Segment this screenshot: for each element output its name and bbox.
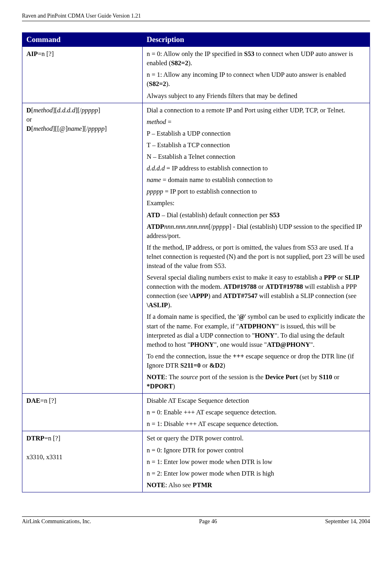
table-row: AIP=n [?]n = 0: Allow only the IP specif…	[22, 47, 370, 103]
description-paragraph: n = 0: Ignore DTR for power control	[147, 446, 366, 455]
description-paragraph: name = domain name to establish connecti…	[147, 175, 366, 184]
page-header: Raven and PinPoint CDMA User Guide Versi…	[22, 12, 370, 21]
description-paragraph: n = 1: Enter low power mode when DTR is …	[147, 457, 366, 466]
description-paragraph: n = 0: Allow only the IP specified in S5…	[147, 49, 366, 68]
description-paragraph: n = 1: Allow any incoming IP to connect …	[147, 70, 366, 88]
table-row: DAE=n [?]Disable AT Escape Sequence dete…	[22, 394, 370, 431]
description-paragraph: Set or query the DTR power control.	[147, 434, 366, 443]
footer-right: September 14, 2004	[325, 518, 370, 526]
description-paragraph: Disable AT Escape Sequence detection	[147, 396, 366, 405]
th-description: Description	[143, 32, 370, 47]
description-paragraph: N – Establish a Telnet connection	[147, 152, 366, 161]
description-paragraph: NOTE: The source port of the session is …	[147, 372, 366, 391]
description-cell: Disable AT Escape Sequence detectionn = …	[143, 394, 370, 431]
footer-center: Page 46	[199, 518, 217, 526]
command-cell: DAE=n [?]	[22, 394, 143, 431]
description-paragraph: n = 2: Enter low power mode when DTR is …	[147, 469, 366, 478]
command-cell: D[method][d.d.d.d][/ppppp]orD[method][[@…	[22, 103, 143, 394]
table-row: DTRP=n [?]x3310, x3311Set or query the D…	[22, 431, 370, 492]
description-paragraph: d.d.d.d = IP address to establish connec…	[147, 164, 366, 173]
description-cell: n = 0: Allow only the IP specified in S5…	[143, 47, 370, 103]
description-cell: Dial a connection to a remote IP and Por…	[143, 103, 370, 394]
description-paragraph: NOTE: Also see PTMR	[147, 480, 366, 490]
footer-left: AirLink Communications, Inc.	[22, 518, 91, 526]
description-paragraph: Always subject to any Friends filters th…	[147, 91, 366, 100]
description-paragraph: n = 0: Enable +++ AT escape sequence det…	[147, 408, 366, 417]
description-paragraph: T – Establish a TCP connection	[147, 140, 366, 150]
description-paragraph: Dial a connection to a remote IP and Por…	[147, 106, 366, 115]
description-paragraph: ATD – Dial (establish) default connectio…	[147, 210, 366, 220]
description-paragraph: ppppp = IP port to establish connection …	[147, 187, 366, 196]
description-paragraph: Examples:	[147, 198, 366, 208]
command-table: Command Description AIP=n [?]n = 0: Allo…	[22, 32, 370, 492]
command-cell: AIP=n [?]	[22, 47, 143, 103]
description-paragraph: Several special dialing numbers exist to…	[147, 273, 366, 310]
description-paragraph: If the method, IP address, or port is om…	[147, 243, 366, 270]
description-paragraph: ATDPnnn.nnn.nnn.nnn[/ppppp] - Dial (esta…	[147, 222, 366, 240]
description-paragraph: n = 1: Disable +++ AT escape sequence de…	[147, 419, 366, 428]
table-row: D[method][d.d.d.d][/ppppp]orD[method][[@…	[22, 103, 370, 394]
description-paragraph: If a domain name is specified, the '@' s…	[147, 312, 366, 349]
page-footer: AirLink Communications, Inc. Page 46 Sep…	[22, 516, 370, 526]
description-paragraph: P – Establish a UDP connection	[147, 129, 366, 138]
th-command: Command	[22, 32, 143, 47]
description-paragraph: To end the connection, issue the +++ esc…	[147, 352, 366, 370]
command-cell: DTRP=n [?]x3310, x3311	[22, 431, 143, 492]
description-cell: Set or query the DTR power control.n = 0…	[143, 431, 370, 492]
description-paragraph: method =	[147, 117, 366, 126]
